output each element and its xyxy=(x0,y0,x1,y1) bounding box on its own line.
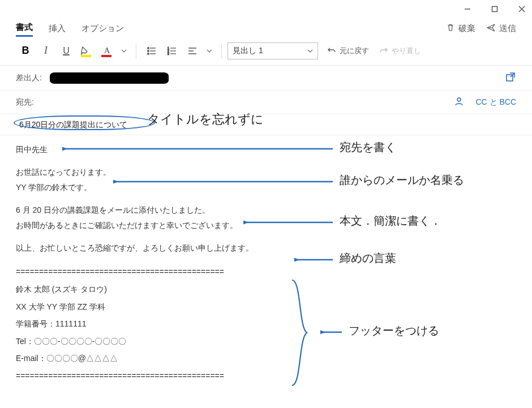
annotation-to: 宛先を書く xyxy=(340,140,396,155)
bullet-list-button[interactable] xyxy=(142,41,161,61)
from-row: 差出人: xyxy=(0,66,532,91)
undo-label: 元に戻す xyxy=(340,46,369,56)
send-label: 送信 xyxy=(499,23,516,34)
svg-point-9 xyxy=(148,50,149,51)
intro-line-2: YY 学部の鈴木です。 xyxy=(16,181,333,194)
sig-tel: Tel：〇〇〇-〇〇〇〇-〇〇〇〇 xyxy=(16,334,333,349)
close-button[interactable] xyxy=(514,1,530,17)
trash-icon xyxy=(446,23,455,34)
chevron-down-icon xyxy=(307,48,313,54)
from-label: 差出人: xyxy=(16,73,50,83)
main-line-2: お時間があるときにご確認いただけますと幸いでございます。 xyxy=(16,219,333,231)
undo-icon xyxy=(327,46,336,55)
annotation-body: 本文．簡潔に書く． xyxy=(340,213,441,229)
annotation-intro: 誰からのメールか名乗る xyxy=(340,173,464,188)
underline-button[interactable]: U xyxy=(57,41,76,61)
redo-label: やり直し xyxy=(392,46,421,56)
formatting-toolbar: B I U A 1 2 3 xyxy=(0,38,532,66)
font-color-icon: A xyxy=(100,46,114,56)
discard-button[interactable]: 破棄 xyxy=(446,23,475,34)
main-line-1: 6 月 20 日分の講義課題をメールに添付いたしました。 xyxy=(16,204,333,216)
tab-insert[interactable]: 挿入 xyxy=(49,21,66,36)
discard-label: 破棄 xyxy=(458,23,475,34)
popout-icon[interactable] xyxy=(505,71,516,84)
more-paragraph-chevron[interactable] xyxy=(203,48,216,54)
subject-row[interactable]: 6月20日分の課題提出について xyxy=(0,114,532,135)
send-button[interactable]: 送信 xyxy=(487,23,516,34)
svg-point-7 xyxy=(148,47,149,48)
undo-button[interactable]: 元に戻す xyxy=(327,46,369,56)
highlight-color-button[interactable] xyxy=(77,41,96,61)
salutation: 田中先生 xyxy=(16,143,333,156)
closing-line: 以上、お忙しいところ恐縮ですが、よろしくお願い申し上げます。 xyxy=(16,242,333,254)
subject-text: 6月20日分の課題提出について xyxy=(16,119,131,131)
tab-format[interactable]: 書式 xyxy=(16,20,33,37)
numbered-list-button[interactable]: 1 2 3 xyxy=(162,41,182,61)
maximize-button[interactable] xyxy=(487,1,503,17)
annotation-footer: フッターをつける xyxy=(349,323,439,338)
bold-button[interactable]: B xyxy=(16,41,35,61)
svg-point-11 xyxy=(148,53,149,54)
cc-bcc-link[interactable]: CC と BCC xyxy=(475,97,516,108)
svg-rect-6 xyxy=(101,55,111,57)
separator xyxy=(136,44,136,58)
sig-divider-top: ========================================… xyxy=(16,264,333,280)
svg-point-23 xyxy=(457,98,461,101)
sig-divider-bottom: ========================================… xyxy=(16,368,333,384)
svg-text:3: 3 xyxy=(168,52,169,55)
from-address-redacted xyxy=(50,72,169,84)
sig-email: E-mail：〇〇〇〇@△△△△ xyxy=(16,351,333,366)
italic-button[interactable]: I xyxy=(36,41,55,61)
body-content: 田中先生 お世話になっております。 YY 学部の鈴木です。 6 月 20 日分の… xyxy=(16,143,333,384)
sig-name: 鈴木 太郎 (スズキ タロウ) xyxy=(16,282,333,297)
svg-text:A: A xyxy=(104,46,110,55)
style-select-value: 見出し 1 xyxy=(233,46,263,56)
more-font-chevron[interactable] xyxy=(118,48,130,54)
ribbon-tabs: 書式 挿入 オプション 破棄 送信 xyxy=(0,18,532,38)
annotation-closing: 締めの言葉 xyxy=(340,251,396,266)
person-icon[interactable] xyxy=(454,96,464,108)
svg-rect-4 xyxy=(81,55,91,57)
message-body[interactable]: 田中先生 お世話になっております。 YY 学部の鈴木です。 6 月 20 日分の… xyxy=(0,135,532,394)
redo-button[interactable]: やり直し xyxy=(379,46,421,56)
signature-block: ========================================… xyxy=(16,264,333,383)
intro-line-1: お世話になっております。 xyxy=(16,166,333,178)
align-button[interactable] xyxy=(183,41,202,61)
minimize-button[interactable] xyxy=(460,1,475,17)
highlight-icon xyxy=(79,46,94,56)
to-row[interactable]: 宛先: CC と BCC xyxy=(0,91,532,114)
sig-student-id: 学籍番号：1111111 xyxy=(16,316,333,332)
svg-rect-1 xyxy=(492,7,497,12)
redo-icon xyxy=(379,46,388,55)
tab-options[interactable]: オプション xyxy=(81,21,124,36)
font-color-button[interactable]: A xyxy=(97,41,117,61)
send-icon xyxy=(487,23,496,34)
window-title-bar xyxy=(0,0,532,18)
sig-affiliation: XX 大学 YY 学部 ZZ 学科 xyxy=(16,299,333,315)
style-select[interactable]: 見出し 1 xyxy=(228,42,318,59)
to-label: 宛先: xyxy=(16,97,50,108)
separator xyxy=(221,44,222,58)
